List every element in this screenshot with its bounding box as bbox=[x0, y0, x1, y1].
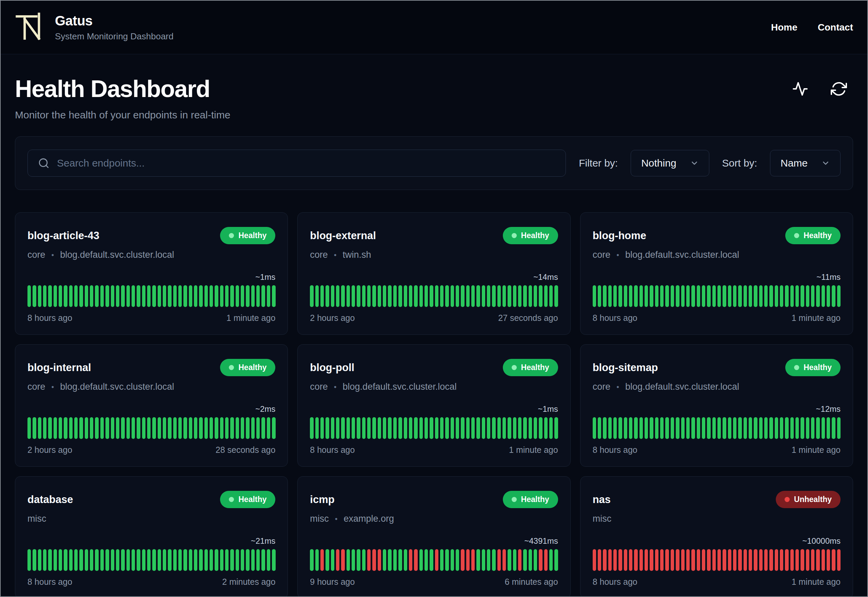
uptime-bar-up bbox=[640, 285, 643, 307]
uptime-bar-down bbox=[414, 549, 418, 571]
uptime-bar-up bbox=[210, 417, 213, 439]
endpoint-card-database[interactable]: database Healthy misc ~21ms 8 hours ago … bbox=[15, 476, 288, 596]
uptime-bar-up bbox=[184, 549, 187, 571]
time-range: 2 hours ago 27 seconds ago bbox=[310, 313, 558, 323]
uptime-bar-up bbox=[655, 417, 658, 439]
endpoint-card-blog-external[interactable]: blog-external Healthy core • twin.sh ~14… bbox=[297, 212, 570, 335]
filter-select[interactable]: Nothing bbox=[631, 150, 709, 177]
time-start: 2 hours ago bbox=[310, 313, 355, 323]
uptime-bar-up bbox=[261, 285, 265, 307]
time-start: 8 hours ago bbox=[592, 445, 637, 455]
activity-icon[interactable] bbox=[792, 81, 808, 97]
uptime-bar-up bbox=[251, 549, 255, 571]
uptime-bar-up bbox=[272, 417, 276, 439]
endpoint-host: blog.default.svc.cluster.local bbox=[625, 382, 739, 392]
time-range: 8 hours ago 1 minute ago bbox=[310, 445, 558, 455]
uptime-bar-up bbox=[142, 417, 145, 439]
status-dot-icon bbox=[229, 365, 234, 370]
status-dot-icon bbox=[512, 233, 517, 238]
status-label: Healthy bbox=[238, 363, 267, 372]
status-label: Healthy bbox=[238, 231, 267, 240]
refresh-icon[interactable] bbox=[831, 81, 847, 97]
uptime-bar-up bbox=[326, 549, 329, 571]
time-end: 1 minute ago bbox=[509, 445, 558, 455]
uptime-bar-up bbox=[523, 549, 527, 571]
uptime-bar-up bbox=[241, 417, 244, 439]
uptime-bar-down bbox=[827, 549, 830, 571]
uptime-bar-up bbox=[116, 417, 119, 439]
uptime-bar-up bbox=[523, 417, 527, 439]
uptime-bar-down bbox=[603, 549, 606, 571]
uptime-bar-up bbox=[43, 417, 46, 439]
uptime-bar-up bbox=[100, 417, 104, 439]
uptime-bar-up bbox=[168, 285, 171, 307]
uptime-bar-up bbox=[419, 285, 423, 307]
time-end: 27 seconds ago bbox=[498, 313, 558, 323]
uptime-bar-down bbox=[320, 549, 324, 571]
uptime-bar-down bbox=[613, 549, 617, 571]
search-input[interactable] bbox=[57, 157, 555, 169]
uptime-bar-up bbox=[251, 417, 255, 439]
uptime-bar-down bbox=[598, 549, 601, 571]
uptime-bar-up bbox=[697, 285, 700, 307]
uptime-bar-up bbox=[256, 549, 260, 571]
uptime-bar-up bbox=[64, 417, 67, 439]
uptime-bar-up bbox=[27, 417, 31, 439]
endpoint-card-nas[interactable]: nas Unhealthy misc ~10000ms 8 hours ago … bbox=[580, 476, 853, 596]
endpoint-group: misc bbox=[27, 514, 46, 524]
uptime-bar-up bbox=[440, 285, 443, 307]
page-title: Health Dashboard bbox=[15, 75, 210, 102]
uptime-bar-up bbox=[592, 285, 596, 307]
uptime-bar-down bbox=[671, 549, 674, 571]
uptime-bar-up bbox=[671, 417, 674, 439]
uptime-bar-up bbox=[702, 285, 705, 307]
sort-select[interactable]: Name bbox=[770, 150, 841, 177]
uptime-bar-up bbox=[383, 417, 386, 439]
endpoint-card-icmp[interactable]: icmp Healthy misc • example.org ~4391ms … bbox=[297, 476, 570, 596]
uptime-bar-up bbox=[341, 417, 345, 439]
uptime-bar-up bbox=[775, 285, 778, 307]
uptime-bar-up bbox=[69, 549, 73, 571]
uptime-bar-up bbox=[513, 549, 516, 571]
time-start: 8 hours ago bbox=[310, 445, 355, 455]
uptime-bar-up bbox=[64, 285, 67, 307]
endpoint-card-blog-internal[interactable]: blog-internal Healthy core • blog.defaul… bbox=[15, 344, 288, 467]
uptime-bar-up bbox=[383, 549, 386, 571]
uptime-bar-up bbox=[320, 417, 324, 439]
endpoint-card-blog-home[interactable]: blog-home Healthy core • blog.default.sv… bbox=[580, 212, 853, 335]
uptime-bar-up bbox=[544, 285, 548, 307]
uptime-bar-up bbox=[95, 285, 98, 307]
endpoint-name: blog-sitemap bbox=[592, 362, 658, 374]
uptime-bar-up bbox=[121, 417, 124, 439]
uptime-bar-up bbox=[508, 417, 511, 439]
uptime-bar-up bbox=[618, 417, 622, 439]
uptime-bar-down bbox=[764, 549, 768, 571]
uptime-bar-down bbox=[769, 549, 773, 571]
endpoint-name: blog-poll bbox=[310, 362, 354, 374]
uptime-bar-up bbox=[691, 417, 695, 439]
uptime-bar-up bbox=[671, 285, 674, 307]
uptime-bar-up bbox=[816, 417, 819, 439]
uptime-bar-up bbox=[728, 417, 731, 439]
nav-link-contact[interactable]: Contact bbox=[818, 22, 853, 33]
time-range: 2 hours ago 28 seconds ago bbox=[27, 445, 276, 455]
uptime-bar-up bbox=[90, 549, 93, 571]
uptime-bar-up bbox=[357, 285, 360, 307]
uptime-bar-up bbox=[529, 285, 532, 307]
endpoint-host: twin.sh bbox=[343, 249, 371, 260]
uptime-bar-down bbox=[629, 549, 632, 571]
endpoint-card-blog-sitemap[interactable]: blog-sitemap Healthy core • blog.default… bbox=[580, 344, 853, 467]
uptime-bar-up bbox=[549, 285, 552, 307]
uptime-bar-up bbox=[806, 285, 809, 307]
status-dot-icon bbox=[229, 233, 234, 238]
uptime-bar-up bbox=[142, 549, 145, 571]
uptime-bar-up bbox=[347, 549, 350, 571]
status-badge: Healthy bbox=[503, 227, 558, 244]
endpoint-card-blog-poll[interactable]: blog-poll Healthy core • blog.default.sv… bbox=[297, 344, 570, 467]
uptime-bar-up bbox=[85, 417, 88, 439]
endpoint-card-blog-article-43[interactable]: blog-article-43 Healthy core • blog.defa… bbox=[15, 212, 288, 335]
uptime-bar-up bbox=[38, 549, 41, 571]
uptime-bar-down bbox=[676, 549, 679, 571]
nav-link-home[interactable]: Home bbox=[771, 22, 797, 33]
uptime-bar-up bbox=[126, 549, 130, 571]
